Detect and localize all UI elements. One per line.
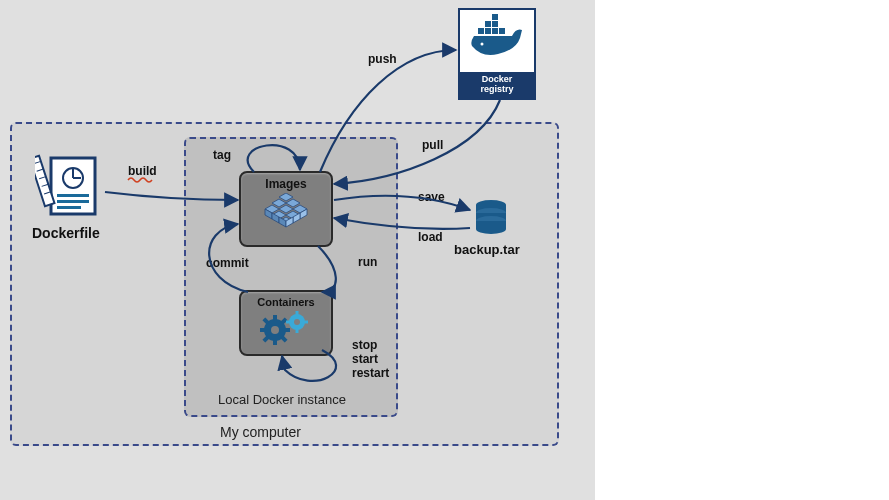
registry-line1: Docker: [482, 74, 513, 84]
svg-rect-36: [57, 200, 89, 203]
svg-point-51: [481, 43, 484, 46]
svg-rect-16: [273, 315, 277, 321]
push-label: push: [368, 52, 397, 66]
build-label: build: [128, 164, 157, 178]
tag-label: tag: [213, 148, 231, 162]
pull-label: pull: [422, 138, 443, 152]
backup-label: backup.tar: [454, 242, 520, 257]
images-node: Images: [239, 171, 333, 247]
diagram-canvas: My computer Local Docker instance Images: [0, 0, 889, 500]
svg-rect-35: [57, 194, 89, 197]
svg-rect-49: [492, 21, 498, 27]
load-label: load: [418, 230, 443, 244]
svg-rect-44: [478, 28, 484, 34]
svg-rect-47: [499, 28, 505, 34]
svg-rect-18: [260, 328, 266, 332]
restart-label: restart: [352, 366, 389, 380]
svg-rect-28: [286, 321, 290, 324]
svg-point-30: [294, 319, 300, 325]
stack-icon: [261, 193, 311, 231]
gears-icon: [241, 310, 331, 350]
registry-node: Docker registry: [458, 8, 536, 100]
svg-point-24: [271, 326, 279, 334]
registry-line2: registry: [480, 84, 513, 94]
svg-rect-29: [304, 321, 308, 324]
dockerfile-label: Dockerfile: [32, 225, 100, 241]
svg-rect-31: [51, 158, 95, 214]
svg-rect-26: [296, 311, 299, 315]
start-label: start: [352, 352, 378, 366]
containers-node: Containers: [239, 290, 333, 356]
local-docker-label: Local Docker instance: [218, 392, 346, 407]
registry-caption: Docker registry: [460, 72, 534, 98]
my-computer-label: My computer: [220, 424, 301, 440]
dockerfile-icon: [35, 150, 105, 225]
run-label: run: [358, 255, 377, 269]
svg-rect-50: [492, 14, 498, 20]
svg-rect-48: [485, 21, 491, 27]
backup-icon: [474, 199, 508, 237]
containers-label: Containers: [241, 296, 331, 308]
whale-icon: [462, 10, 532, 68]
svg-rect-37: [57, 206, 81, 209]
save-label: save: [418, 190, 445, 204]
images-label: Images: [241, 177, 331, 191]
svg-rect-45: [485, 28, 491, 34]
svg-rect-19: [284, 328, 290, 332]
svg-rect-17: [273, 339, 277, 345]
svg-rect-27: [296, 329, 299, 333]
stop-label: stop: [352, 338, 377, 352]
commit-label: commit: [206, 256, 249, 270]
svg-rect-46: [492, 28, 498, 34]
